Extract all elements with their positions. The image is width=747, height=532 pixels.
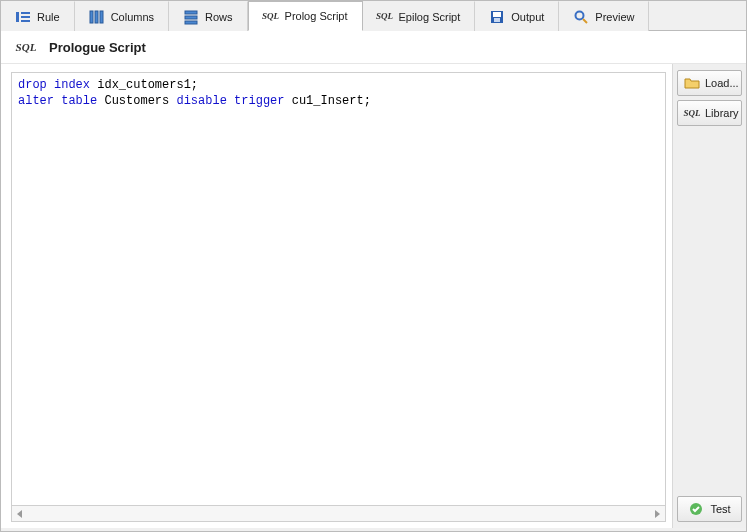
tab-label: Prolog Script — [285, 10, 348, 22]
rule-icon — [15, 9, 31, 25]
svg-rect-0 — [16, 12, 19, 22]
tab-label: Rows — [205, 11, 233, 23]
svg-rect-12 — [494, 18, 500, 22]
tab-label: Preview — [595, 11, 634, 23]
scroll-left-icon[interactable] — [14, 508, 26, 520]
editor-container: drop index idx_cutomers1; alter table Cu… — [1, 64, 672, 528]
tab-epilog-script[interactable]: SQL Epilog Script — [363, 1, 476, 31]
svg-line-14 — [583, 19, 587, 23]
side-top-group: Load... SQL Library — [677, 70, 742, 126]
tab-preview[interactable]: Preview — [559, 1, 649, 31]
magnifier-icon — [573, 9, 589, 25]
rows-icon — [183, 9, 199, 25]
check-circle-icon — [688, 501, 704, 517]
library-button[interactable]: SQL Library — [677, 100, 742, 126]
svg-rect-9 — [185, 21, 197, 24]
tab-rows[interactable]: Rows — [169, 1, 248, 31]
test-button-label: Test — [710, 503, 730, 515]
columns-icon — [89, 9, 105, 25]
save-icon — [489, 9, 505, 25]
tab-output[interactable]: Output — [475, 1, 559, 31]
sql-editor[interactable]: drop index idx_cutomers1; alter table Cu… — [11, 72, 666, 506]
svg-rect-11 — [493, 12, 501, 17]
svg-rect-5 — [95, 11, 98, 23]
tab-columns[interactable]: Columns — [75, 1, 169, 31]
sql-icon: SQL — [377, 9, 393, 25]
load-button-label: Load... — [705, 77, 739, 89]
sql-icon: SQL — [263, 8, 279, 24]
side-panel: Load... SQL Library Test — [672, 64, 746, 528]
tab-rule[interactable]: Rule — [1, 1, 75, 31]
horizontal-scrollbar[interactable] — [11, 506, 666, 522]
page-header: SQL Prologue Script — [1, 31, 746, 64]
tab-label: Epilog Script — [399, 11, 461, 23]
sql-script-icon: SQL — [13, 39, 39, 55]
library-button-label: Library — [705, 107, 739, 119]
side-bottom-group: Test — [677, 496, 742, 522]
tab-prolog-script[interactable]: SQL Prolog Script — [248, 1, 363, 31]
svg-rect-3 — [21, 20, 30, 22]
tab-label: Columns — [111, 11, 154, 23]
tab-label: Output — [511, 11, 544, 23]
svg-rect-8 — [185, 16, 197, 19]
scroll-right-icon[interactable] — [651, 508, 663, 520]
svg-rect-6 — [100, 11, 103, 23]
svg-rect-2 — [21, 16, 30, 18]
content-area: drop index idx_cutomers1; alter table Cu… — [1, 64, 746, 528]
svg-rect-7 — [185, 11, 197, 14]
tab-label: Rule — [37, 11, 60, 23]
folder-open-icon — [684, 75, 700, 91]
svg-rect-4 — [90, 11, 93, 23]
svg-point-13 — [576, 11, 584, 19]
load-button[interactable]: Load... — [677, 70, 742, 96]
svg-rect-1 — [21, 12, 30, 14]
sql-icon: SQL — [684, 105, 700, 121]
page-title: Prologue Script — [49, 40, 146, 55]
tab-bar: Rule Columns Rows SQL Prolog Script SQL … — [1, 1, 746, 31]
test-button[interactable]: Test — [677, 496, 742, 522]
